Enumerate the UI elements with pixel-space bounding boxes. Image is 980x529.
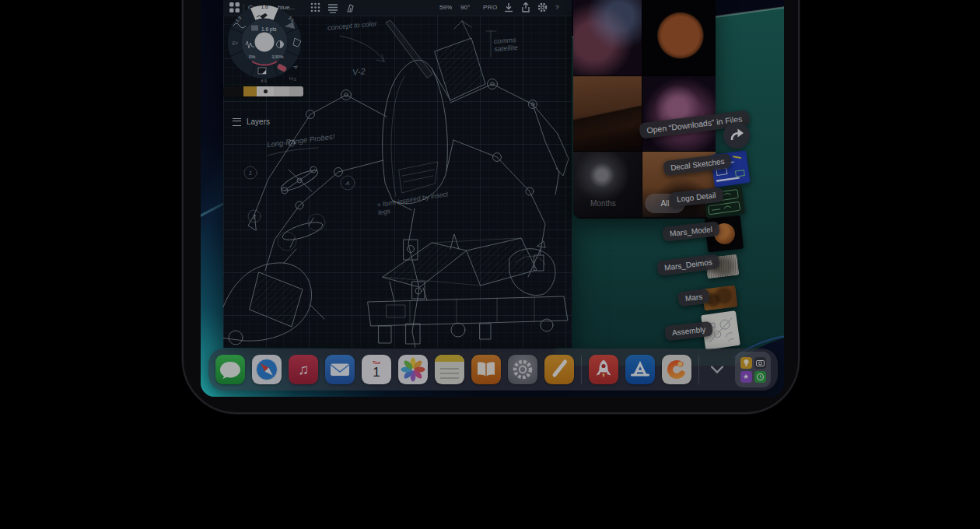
tool-wheel[interactable]: 1.6 1.3 3.5 A Ev 14.5 8.9	[223, 0, 310, 98]
layers-menu-icon	[233, 118, 241, 126]
calendar-day: 1	[373, 366, 380, 379]
dock-app-calendar[interactable]: Tue 1	[362, 355, 391, 384]
ipad-screen: Concepts_blue... 59% 90° PRO	[201, 0, 784, 397]
chat-bubble-icon	[215, 355, 245, 384]
stage: Concepts_blue... 59% 90° PRO	[0, 0, 980, 529]
app-library-tips-icon	[740, 357, 752, 369]
settings-gear-icon[interactable]	[537, 2, 548, 12]
pen-icon	[544, 355, 574, 384]
dock-app-appstore[interactable]	[625, 355, 655, 384]
tool-size-active: 1.6	[261, 4, 268, 9]
dock-app-safari[interactable]	[252, 355, 282, 384]
brush-size-label: 1.6 pts	[261, 26, 277, 33]
open-book-icon	[471, 355, 501, 384]
color-swatch[interactable]	[243, 86, 257, 96]
appstore-a-icon	[625, 355, 655, 384]
app-library-camera-icon	[754, 357, 766, 369]
dots-grid-icon[interactable]	[310, 2, 320, 12]
opacity-max: 100%	[271, 54, 284, 59]
app-library-star-icon: ★	[740, 371, 752, 383]
dock: ♫ Tue 1	[208, 349, 778, 391]
drop-target-button[interactable]	[723, 122, 750, 149]
color-swatch[interactable]	[289, 86, 303, 96]
c-swirl-icon	[662, 355, 691, 384]
compass-icon	[252, 355, 282, 384]
dock-app-sketch-pen[interactable]	[544, 355, 574, 384]
dock-app-messages[interactable]	[215, 355, 245, 384]
photos-grid	[573, 0, 716, 217]
chevron-down-icon	[709, 365, 725, 374]
color-palette-bar[interactable]	[223, 86, 303, 96]
dock-divider	[581, 356, 582, 384]
dock-app-photos[interactable]	[398, 355, 428, 384]
color-puck[interactable]	[255, 33, 275, 52]
envelope-icon	[325, 355, 355, 384]
photo-mars-planet[interactable]	[642, 0, 716, 75]
dock-app-notes[interactable]	[435, 355, 464, 384]
app-library-clock-icon	[754, 371, 766, 383]
annotation-version: V-2	[352, 66, 366, 77]
music-note-icon: ♫	[298, 355, 309, 384]
import-icon[interactable]	[504, 2, 513, 12]
dock-app-mail[interactable]	[325, 355, 355, 384]
photo-mars-hills[interactable]	[573, 76, 642, 151]
pro-badge[interactable]: PRO	[483, 0, 498, 16]
layers-label: Layers	[247, 117, 270, 126]
dock-app-c-swirl[interactable]	[662, 355, 691, 384]
photos-app-window: Months All	[573, 0, 716, 219]
annotation-comms-satellite: comms satellite	[493, 34, 541, 54]
canvas-marker-2: 2	[252, 213, 257, 220]
gear-icon	[508, 355, 537, 384]
photo-orion-nebula[interactable]	[642, 76, 716, 151]
photo-horsehead-nebula[interactable]	[573, 0, 642, 75]
help-icon[interactable]: ?	[555, 0, 558, 16]
tab-months[interactable]: Months	[590, 199, 616, 208]
eraser-size: 14.5	[289, 75, 297, 82]
zoom-level[interactable]: 59%	[439, 0, 452, 16]
color-swatch[interactable]	[223, 86, 243, 96]
concepts-app-window: Concepts_blue... 59% 90° PRO	[223, 0, 572, 348]
canvas-marker-a: A	[345, 180, 349, 187]
dock-app-books[interactable]	[471, 355, 501, 384]
rocket-icon	[589, 355, 618, 384]
canvas-marker-1: 1	[249, 170, 252, 177]
fill-tool-icon[interactable]	[258, 68, 266, 74]
layers-button[interactable]: Layers	[233, 117, 270, 126]
flower-icon	[398, 355, 428, 384]
dock-app-settings[interactable]	[508, 355, 537, 384]
dock-collapse-button[interactable]	[706, 355, 728, 384]
color-swatch[interactable]	[274, 86, 289, 96]
redirect-arrow-icon	[728, 127, 745, 144]
share-icon[interactable]	[521, 2, 530, 12]
opacity-min: 0%	[249, 54, 256, 59]
dock-app-music[interactable]: ♫	[289, 355, 318, 384]
color-swatch[interactable]	[257, 86, 274, 96]
dock-app-rocket[interactable]	[589, 355, 618, 384]
dock-app-library[interactable]: ★	[735, 352, 771, 387]
canvas-angle[interactable]: 90°	[460, 0, 470, 16]
stroke-menu-icon[interactable]	[327, 2, 338, 13]
fill-size: 8.9	[261, 79, 267, 83]
pen-nib-icon[interactable]	[345, 2, 355, 13]
dock-divider	[698, 356, 699, 384]
